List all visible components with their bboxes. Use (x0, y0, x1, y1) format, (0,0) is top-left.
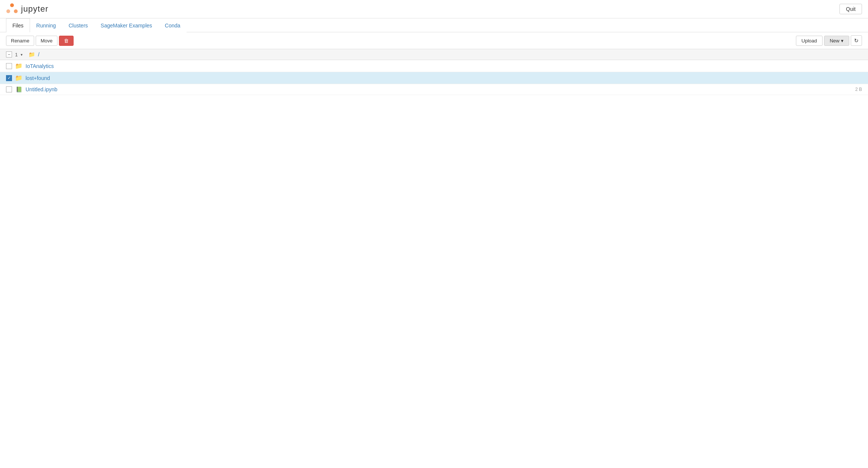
tab-running[interactable]: Running (30, 18, 62, 32)
folder-glyph: 📁 (15, 63, 23, 69)
file-checkbox-iotanalytics[interactable] (6, 63, 12, 69)
logo-area: jupyter (6, 3, 48, 15)
notebook-icon-untitled: 📗 (15, 86, 23, 92)
tab-clusters[interactable]: Clusters (62, 18, 94, 32)
selected-count: 1 (15, 52, 18, 57)
new-button-label: New (830, 38, 839, 44)
folder-icon-iotanalytics: 📁 (15, 62, 23, 69)
new-button[interactable]: New ▾ (824, 36, 849, 46)
file-browser: 1 ▾ 📁 / 📁 IoTAnalytics 📁 lost+found 📗 (0, 49, 868, 95)
upload-button[interactable]: Upload (796, 36, 823, 46)
file-checkbox-lostfound[interactable] (6, 75, 12, 81)
table-row[interactable]: 📁 lost+found (0, 72, 868, 84)
rename-button[interactable]: Rename (6, 36, 34, 46)
breadcrumb-row: 1 ▾ 📁 / (0, 49, 868, 60)
breadcrumb-path[interactable]: / (38, 51, 39, 57)
toolbar: Rename Move 🗑 Upload New ▾ ↻ (0, 32, 868, 49)
breadcrumb-folder-icon: 📁 (29, 51, 35, 57)
tabs-bar: Files Running Clusters SageMaker Example… (0, 18, 868, 32)
file-name-lostfound: lost+found (26, 75, 862, 81)
folder-glyph: 📁 (15, 75, 23, 81)
table-row[interactable]: 📗 Untitled.ipynb 2 B (0, 84, 868, 95)
file-checkbox-untitled[interactable] (6, 86, 12, 92)
tab-sagemaker-examples[interactable]: SageMaker Examples (94, 18, 158, 32)
tab-conda[interactable]: Conda (158, 18, 187, 32)
file-size-untitled: 2 B (855, 87, 862, 92)
select-all-checkbox[interactable] (6, 51, 12, 57)
trash-icon: 🗑 (64, 38, 69, 44)
notebook-glyph: 📗 (16, 86, 22, 92)
jupyter-logo-icon (6, 3, 18, 15)
delete-button[interactable]: 🗑 (59, 36, 74, 46)
move-button[interactable]: Move (36, 36, 57, 46)
svg-point-0 (10, 3, 14, 7)
file-name-untitled: Untitled.ipynb (26, 86, 852, 92)
refresh-button[interactable]: ↻ (851, 35, 862, 46)
tab-files[interactable]: Files (6, 18, 30, 32)
file-list: 📁 IoTAnalytics 📁 lost+found 📗 Untitled.i… (0, 60, 868, 95)
quit-button[interactable]: Quit (839, 4, 862, 14)
folder-icon-lostfound: 📁 (15, 74, 23, 82)
svg-point-1 (14, 9, 18, 13)
table-row[interactable]: 📁 IoTAnalytics (0, 60, 868, 72)
file-name-iotanalytics: IoTAnalytics (26, 63, 862, 69)
svg-point-2 (6, 9, 10, 13)
header: jupyter Quit (0, 0, 868, 18)
new-dropdown-arrow: ▾ (841, 38, 844, 44)
select-indicator (6, 51, 12, 57)
breadcrumb-dropdown-arrow[interactable]: ▾ (21, 53, 23, 57)
logo-text: jupyter (21, 4, 48, 14)
